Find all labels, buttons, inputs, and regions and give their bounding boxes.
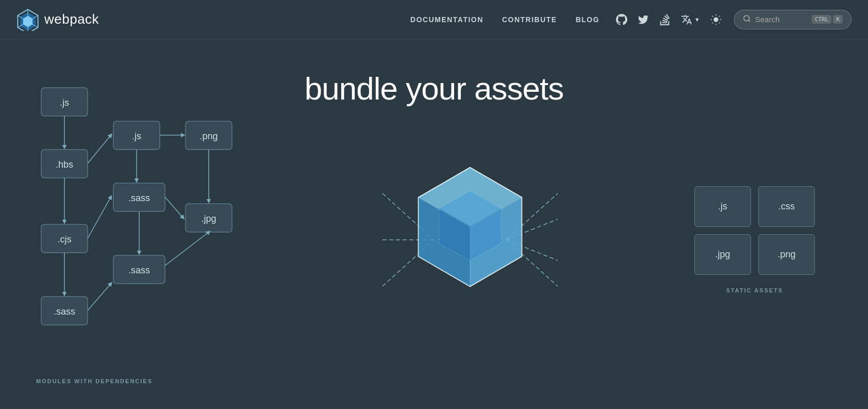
svg-line-45 xyxy=(165,197,183,218)
nav-icon-group: ▼ xyxy=(616,14,722,25)
modules-label: MODULES WITH DEPENDENCIES xyxy=(36,378,153,384)
webpack-center xyxy=(258,152,682,328)
search-icon xyxy=(743,14,751,25)
svg-text:.js: .js xyxy=(60,97,69,108)
sun-icon xyxy=(710,14,722,25)
svg-text:.jpg: .jpg xyxy=(201,214,216,224)
twitter-icon xyxy=(638,14,649,25)
search-placeholder-text: Search xyxy=(755,15,808,24)
translate-icon-button[interactable]: ▼ xyxy=(681,14,700,25)
svg-line-49 xyxy=(88,197,111,238)
search-bar[interactable]: Search CTRL K xyxy=(734,10,852,29)
translate-chevron-icon: ▼ xyxy=(694,17,700,23)
svg-text:.cjs: .cjs xyxy=(58,234,72,244)
svg-text:.js: .js xyxy=(132,131,141,141)
twitter-icon-button[interactable] xyxy=(638,14,649,25)
svg-line-12 xyxy=(712,15,713,16)
output-css-node: .css xyxy=(758,186,815,227)
github-icon xyxy=(616,14,627,25)
stackoverflow-icon xyxy=(659,14,671,25)
webpack-cube-diagram xyxy=(382,152,558,328)
svg-text:.sass: .sass xyxy=(128,265,150,275)
logo-link[interactable]: webpack xyxy=(16,8,99,31)
svg-text:.sass: .sass xyxy=(54,306,75,317)
output-js-node: .js xyxy=(694,186,751,227)
svg-line-41 xyxy=(88,135,111,163)
nav-blog[interactable]: BLOG xyxy=(576,15,599,24)
theme-toggle-button[interactable] xyxy=(710,14,722,25)
ctrl-key: CTRL xyxy=(812,15,832,24)
svg-line-47 xyxy=(165,232,209,266)
assets-grid: .js .css .jpg .png xyxy=(694,186,815,275)
svg-line-16 xyxy=(712,22,713,23)
hero-title: bundle your assets xyxy=(305,70,563,107)
translate-icon xyxy=(681,14,692,25)
github-icon-button[interactable] xyxy=(616,14,627,25)
assets-label: STATIC ASSETS xyxy=(726,287,783,293)
nav-documentation[interactable]: DOCUMENTATION xyxy=(410,15,483,24)
output-jpg-node: .jpg xyxy=(694,234,751,275)
svg-text:.png: .png xyxy=(199,131,218,141)
search-keyboard-shortcut: CTRL K xyxy=(812,15,843,24)
svg-text:.hbs: .hbs xyxy=(56,159,73,170)
output-png-node: .png xyxy=(758,234,815,275)
stackoverflow-icon-button[interactable] xyxy=(659,14,671,25)
nav-links: DOCUMENTATION CONTRIBUTE BLOG xyxy=(410,15,599,24)
navbar: webpack DOCUMENTATION CONTRIBUTE BLOG xyxy=(0,0,868,39)
svg-line-48 xyxy=(88,284,111,310)
svg-line-13 xyxy=(719,22,720,23)
webpack-logo-icon xyxy=(16,8,39,31)
assets-section: .js .css .jpg .png STATIC ASSETS xyxy=(682,186,827,293)
svg-point-9 xyxy=(713,17,718,22)
logo-text: webpack xyxy=(44,11,99,27)
svg-line-17 xyxy=(719,15,720,16)
svg-point-18 xyxy=(744,15,749,21)
svg-line-19 xyxy=(748,20,750,22)
main-content: bundle your assets .js .hbs .cjs .sass xyxy=(0,39,868,409)
nav-contribute[interactable]: CONTRIBUTE xyxy=(502,15,557,24)
svg-text:.sass: .sass xyxy=(128,193,150,203)
k-key: K xyxy=(833,15,843,24)
modules-section: .js .hbs .cjs .sass .js .png .sass .jpg xyxy=(31,80,258,369)
modules-diagram-svg: .js .hbs .cjs .sass .js .png .sass .jpg xyxy=(31,80,258,358)
